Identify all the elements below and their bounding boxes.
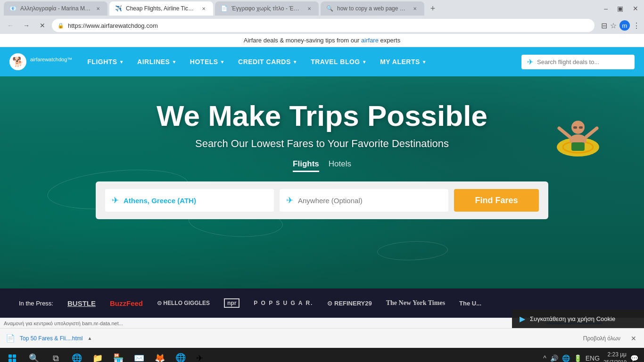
- refinery29-logo: ⊙ REFINERY29: [327, 300, 372, 307]
- download-file-icon: 📄: [6, 334, 15, 343]
- hero-content: We Make Trips Possible Search Our Lowest…: [96, 76, 548, 219]
- edge-taskbar[interactable]: 🌐: [67, 348, 87, 362]
- tab-4[interactable]: 🔍 how to copy a web page as... ✕: [321, 1, 424, 16]
- flights-arrow-icon: ▼: [119, 59, 124, 65]
- address-icons: ⊟ ☆ m ⋮: [601, 20, 640, 31]
- hotels-arrow-icon: ▼: [220, 59, 225, 65]
- chrome-taskbar[interactable]: 🌐: [171, 348, 190, 362]
- tab-1[interactable]: 📧 Αλληλογραφία - Marina Manthe... ✕: [4, 1, 107, 16]
- tab-3-label: Έγγραφο χωρίς τίτλο - Έγγραφ...: [231, 5, 302, 12]
- logo-icon: 🐕: [9, 53, 26, 70]
- cookie-play-icon: ▶: [520, 314, 525, 318]
- hero-title: We Make Trips Possible: [96, 100, 548, 132]
- store-taskbar[interactable]: 🏪: [108, 348, 128, 362]
- svg-line-5: [586, 128, 597, 137]
- mail-taskbar[interactable]: ✉️: [129, 348, 149, 362]
- maximize-button[interactable]: ▣: [615, 3, 625, 14]
- tab-1-label: Αλληλογραφία - Marina Manthe...: [20, 5, 91, 12]
- nav-credit-cards[interactable]: CREDIT CARDS ▼: [232, 54, 303, 69]
- nav-my-alerts[interactable]: MY ALERTS ▼: [374, 54, 432, 69]
- header-search-box[interactable]: ✈: [521, 55, 635, 69]
- tab-2-close[interactable]: ✕: [200, 5, 207, 12]
- the-logo: The U...: [459, 300, 481, 307]
- to-input[interactable]: [298, 197, 442, 205]
- npr-logo: npr: [224, 298, 239, 308]
- hero-subtitle: Search Our Lowest Fares to Your Favorite…: [96, 138, 548, 150]
- logo-text: airfarewatchdog™: [30, 57, 72, 67]
- site-header: 🐕 airfarewatchdog™ FLIGHTS ▼ AIRLINES ▼ …: [0, 47, 644, 76]
- status-text: Αναμονή για κεντρικό υπολογιστή bam.nr-d…: [4, 321, 546, 326]
- floating-person: [550, 86, 606, 161]
- close-button[interactable]: ✕: [631, 3, 640, 14]
- person-svg: [550, 86, 606, 161]
- download-filename[interactable]: Top 50 Fares & Fli....html: [20, 335, 83, 342]
- hellogiggles-logo: ⊙ HELLO GIGGLES: [157, 300, 210, 306]
- bookmark-icon[interactable]: ☆: [610, 21, 617, 30]
- url-bar[interactable]: 🔒 https://www.airfarewatchdog.com: [52, 19, 594, 32]
- tab-3-close[interactable]: ✕: [305, 5, 313, 12]
- airlines-arrow-icon: ▼: [172, 59, 176, 65]
- tab-1-close[interactable]: ✕: [94, 5, 102, 12]
- credit-cards-arrow-icon: ▼: [293, 59, 297, 65]
- new-tab-button[interactable]: +: [426, 2, 439, 15]
- tray-expand-icon[interactable]: ^: [543, 354, 546, 362]
- file-explorer-taskbar[interactable]: 📁: [88, 348, 107, 362]
- notification-tray-icon[interactable]: 💬: [630, 354, 638, 362]
- menu-icon[interactable]: ⋮: [633, 21, 640, 30]
- nav-travel-blog[interactable]: TRAVEL BLOG ▼: [305, 54, 372, 69]
- nav-hotels[interactable]: HOTELS ▼: [184, 54, 231, 69]
- buzzfeed-logo: BuzzFeed: [110, 299, 143, 307]
- speaker-icon[interactable]: 🔊: [550, 354, 558, 362]
- nav-airlines[interactable]: AIRLINES ▼: [132, 54, 182, 69]
- battery-icon[interactable]: 🔋: [574, 354, 582, 362]
- firefox-taskbar[interactable]: 🦊: [150, 348, 170, 362]
- cookie-notification: ▶ Συγκατάθεση για χρήση Cookie: [512, 310, 644, 318]
- refresh-button[interactable]: ✕: [36, 19, 49, 32]
- tab-hotels[interactable]: Hotels: [329, 159, 351, 172]
- download-expand-icon[interactable]: ▲: [87, 336, 92, 341]
- tab-4-label: how to copy a web page as...: [337, 5, 407, 12]
- in-press-label: In the Press:: [19, 300, 53, 307]
- logo[interactable]: 🐕 airfarewatchdog™: [9, 53, 72, 70]
- tab-1-favicon: 📧: [9, 5, 17, 12]
- profile-icon[interactable]: m: [619, 20, 630, 31]
- start-button[interactable]: [2, 348, 23, 362]
- download-close-button[interactable]: ✕: [629, 333, 638, 344]
- bustle-logo: BUSTLE: [67, 299, 96, 307]
- minimize-button[interactable]: –: [602, 3, 610, 14]
- lock-icon: 🔒: [58, 23, 64, 29]
- svg-rect-8: [579, 126, 583, 129]
- tab-flights[interactable]: Flights: [293, 159, 319, 172]
- press-bar: In the Press: BUSTLE BuzzFeed ⊙ HELLO GI…: [0, 288, 644, 318]
- back-button[interactable]: ←: [4, 19, 17, 32]
- tab-2-favicon: ✈️: [115, 5, 122, 12]
- tab-3[interactable]: 📄 Έγγραφο χωρίς τίτλο - Έγγραφ... ✕: [215, 1, 319, 16]
- tab-2-label: Cheap Flights, Airline Tickets & D...: [126, 5, 196, 12]
- search-tabs: Flights Hotels: [96, 159, 548, 172]
- search-input[interactable]: [537, 58, 629, 66]
- cast-icon[interactable]: ⊟: [601, 21, 607, 30]
- task-view-button[interactable]: ⧉: [45, 348, 66, 362]
- watchdog-taskbar[interactable]: ✈: [191, 348, 208, 362]
- press-logos: BUSTLE BuzzFeed ⊙ HELLO GIGGLES npr P O …: [67, 298, 625, 308]
- windows-icon: [8, 354, 16, 362]
- notification-text: Airfare deals & money-saving tips from o…: [244, 37, 361, 44]
- find-fares-button[interactable]: Find Fares: [454, 189, 539, 212]
- download-bar: 📄 Top 50 Fares & Fli....html ▲ Προβολή ό…: [0, 328, 644, 348]
- show-all-button[interactable]: Προβολή όλων: [579, 333, 624, 344]
- search-button[interactable]: 🔍: [24, 348, 44, 362]
- lang-label: ENG: [586, 354, 600, 362]
- nav-flights[interactable]: FLIGHTS ▼: [82, 54, 130, 69]
- notification-text-after: experts: [379, 37, 400, 44]
- tray-clock[interactable]: 2:23 μμ 25/7/2019: [603, 351, 627, 362]
- svg-rect-7: [573, 126, 577, 129]
- to-plane-icon: ✈: [286, 195, 293, 206]
- notification-link[interactable]: airfare: [361, 37, 379, 44]
- tab-2[interactable]: ✈️ Cheap Flights, Airline Tickets & D...…: [109, 1, 213, 16]
- from-field[interactable]: ✈: [105, 189, 274, 212]
- forward-button[interactable]: →: [20, 19, 33, 32]
- tab-4-close[interactable]: ✕: [411, 5, 419, 12]
- network-icon[interactable]: 🌐: [562, 354, 570, 362]
- to-field[interactable]: ✈: [280, 189, 448, 212]
- from-input[interactable]: [124, 197, 267, 205]
